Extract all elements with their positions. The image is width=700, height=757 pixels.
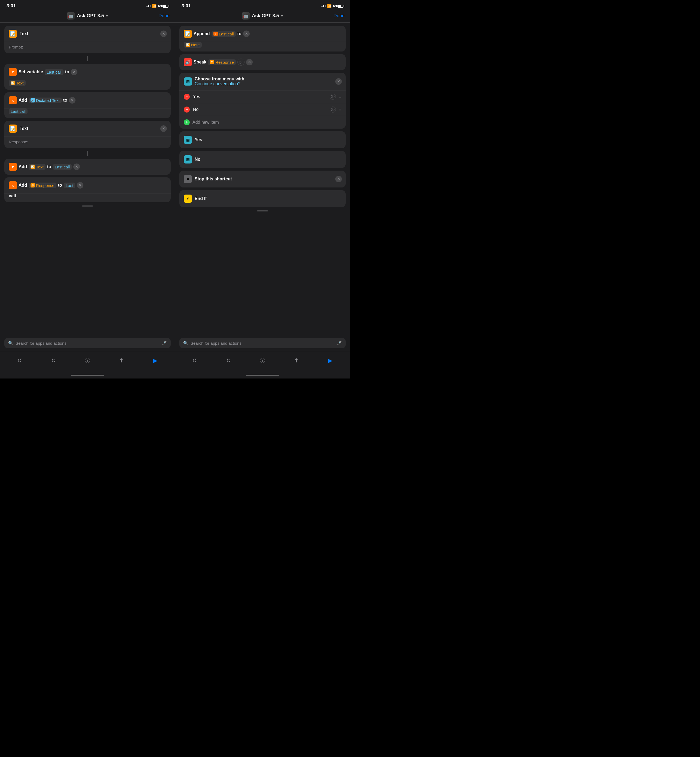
home-indicator-right [175, 372, 350, 379]
text-close-1[interactable]: ✕ [160, 31, 167, 37]
text-title-1: Text [20, 31, 28, 36]
done-button-right[interactable]: Done [333, 13, 345, 19]
add-text-close[interactable]: ✕ [73, 164, 80, 170]
status-icons-right: 📶 63 [321, 4, 344, 8]
search-container-right: 🔍 Search for apps and actions 🎤 [175, 336, 350, 351]
text-card-2[interactable]: 📝 Text ✕ Response: [5, 121, 170, 148]
last-token-4[interactable]: Last [64, 183, 75, 188]
speak-close[interactable]: ✕ [246, 59, 253, 66]
text-icon-1: 📝 [9, 30, 17, 38]
set-variable-card[interactable]: x Set variable Last call to ✕ 📝 Text [5, 64, 170, 90]
wifi-icon-left: 📶 [152, 4, 156, 8]
append-note-card[interactable]: 📝 Append x Last call to ✕ 📝 Note [180, 26, 345, 52]
nav-title-right: 🤖 Ask GPT-3.5 ▾ [242, 12, 283, 20]
text-icon-2: 📝 [9, 125, 17, 133]
response-token-icon: ⊙ [31, 183, 35, 187]
menu-card[interactable]: ▦ Choose from menu with Continue convers… [180, 73, 345, 129]
add-response-row2: call [5, 193, 170, 202]
stop-shortcut-block[interactable]: ■ Stop this shortcut ✕ [180, 170, 345, 187]
menu-close[interactable]: ✕ [335, 78, 342, 85]
search-bar-right[interactable]: 🔍 Search for apps and actions 🎤 [180, 338, 345, 348]
append-note-row2: 📝 Note [180, 42, 345, 52]
dictated-text-token[interactable]: 🎤 Dictated Text [29, 98, 61, 103]
text-token-2[interactable]: 📝 Text [29, 164, 45, 170]
text-token-icon-2: 📝 [31, 165, 35, 169]
menu-item-yes[interactable]: − Yes ⓘ ≡ [180, 90, 345, 103]
toolbar-info-left[interactable]: ⓘ [81, 354, 94, 367]
menu-remove-no[interactable]: − [184, 106, 190, 112]
add-response-row: x Add ⊙ Response to Last ✕ [5, 177, 170, 193]
battery-icon-right: 63 [333, 4, 344, 8]
note-token[interactable]: 📝 Note [184, 42, 202, 48]
response-token-r[interactable]: ⊙ Response [208, 59, 236, 65]
menu-info-no[interactable]: ⓘ [330, 106, 336, 112]
add-text-card[interactable]: x Add 📝 Text to Last call ✕ [5, 159, 170, 175]
status-bar-left: 3:01 📶 63 [0, 0, 175, 10]
search-input-right[interactable]: Search for apps and actions [191, 341, 334, 345]
end-if-icon: Y [184, 195, 192, 203]
to-word-4: to [58, 183, 62, 188]
stop-close[interactable]: ✕ [335, 176, 342, 182]
add-dictated-row: x Add 🎤 Dictated Text to ✕ [5, 92, 170, 108]
speak-icon: 🔊 [184, 58, 192, 66]
search-bar-left[interactable]: 🔍 Search for apps and actions 🎤 [5, 338, 170, 348]
end-if-block[interactable]: Y End If [180, 190, 345, 207]
signal-icon-right [321, 5, 325, 7]
nav-title-left: 🤖 Ask GPT-3.5 ▾ [67, 12, 108, 20]
last-call-token-r1[interactable]: x Last call [211, 31, 236, 37]
toolbar-redo-right[interactable]: ↻ [223, 354, 235, 367]
right-panel: 3:01 📶 63 🤖 Ask GPT-3.5 ▾ Done [175, 0, 350, 379]
yes-block-label: Yes [195, 137, 202, 142]
mic-icon-right[interactable]: 🎤 [337, 340, 342, 345]
last-call-token-3[interactable]: Last call [53, 164, 72, 170]
toolbar-play-right[interactable]: ▶ [324, 354, 336, 367]
toolbar-undo-right[interactable]: ↺ [189, 354, 201, 367]
toolbar-play-left[interactable]: ▶ [149, 354, 161, 367]
scroll-content-left[interactable]: 📝 Text ✕ Prompt: x Set variable Last cal… [0, 23, 175, 336]
text-token-1[interactable]: 📝 Text [9, 80, 26, 86]
speak-chevron-right[interactable]: ▷ [238, 59, 245, 66]
set-variable-close[interactable]: ✕ [71, 69, 77, 75]
nav-chevron-right[interactable]: ▾ [281, 14, 283, 18]
add-dictated-close[interactable]: ✕ [69, 97, 75, 103]
speak-card[interactable]: 🔊 Speak ⊙ Response ▷ ✕ [180, 54, 345, 70]
text-close-2[interactable]: ✕ [160, 125, 167, 132]
stop-icon: ■ [184, 175, 192, 183]
menu-add-item[interactable]: + Add new item [180, 116, 345, 129]
menu-drag-yes: ≡ [339, 95, 341, 99]
text-card-1[interactable]: 📝 Text ✕ Prompt: [5, 26, 170, 53]
search-container-left: 🔍 Search for apps and actions 🎤 [0, 336, 175, 351]
menu-subtitle[interactable]: Continue conversation? [195, 81, 244, 86]
call-word: call [9, 194, 16, 198]
text-body-1: Prompt: [5, 42, 170, 53]
menu-title-wrap: Choose from menu with Continue conversat… [195, 76, 244, 86]
no-block[interactable]: ▦ No [180, 151, 345, 168]
home-indicator-left [0, 372, 175, 379]
menu-item-no[interactable]: − No ⓘ ≡ [180, 103, 345, 116]
done-button-left[interactable]: Done [158, 13, 170, 19]
toolbar-share-left[interactable]: ⬆ [115, 354, 127, 367]
response-token[interactable]: ⊙ Response [29, 183, 56, 188]
scroll-content-right[interactable]: 📝 Append x Last call to ✕ 📝 Note 🔊 Sp [175, 23, 350, 336]
add-response-card[interactable]: x Add ⊙ Response to Last ✕ call [5, 177, 170, 202]
last-call-token-1[interactable]: Last call [45, 69, 64, 75]
status-icons-left: 📶 63 [146, 4, 169, 8]
mic-icon-left[interactable]: 🎤 [162, 340, 167, 345]
connector-line-1 [87, 56, 88, 61]
menu-info-yes[interactable]: ⓘ [330, 94, 336, 100]
toolbar-info-right[interactable]: ⓘ [256, 354, 269, 367]
add-dictated-card[interactable]: x Add 🎤 Dictated Text to ✕ Last call [5, 92, 170, 118]
toolbar-share-right[interactable]: ⬆ [290, 354, 302, 367]
search-input-left[interactable]: Search for apps and actions [16, 341, 159, 345]
last-call-token-2[interactable]: Last call [9, 108, 28, 114]
nav-chevron-left[interactable]: ▾ [106, 14, 108, 18]
append-close[interactable]: ✕ [243, 31, 250, 37]
yes-block[interactable]: ▦ Yes [180, 131, 345, 148]
menu-remove-yes[interactable]: − [184, 94, 190, 100]
text-card-1-header: 📝 Text ✕ [5, 26, 170, 42]
scroll-indicator-bar-left [82, 206, 93, 206]
toolbar-redo-left[interactable]: ↻ [48, 354, 60, 367]
add-response-close[interactable]: ✕ [77, 182, 83, 189]
nav-icon-left: 🤖 [67, 12, 75, 20]
toolbar-undo-left[interactable]: ↺ [14, 354, 26, 367]
